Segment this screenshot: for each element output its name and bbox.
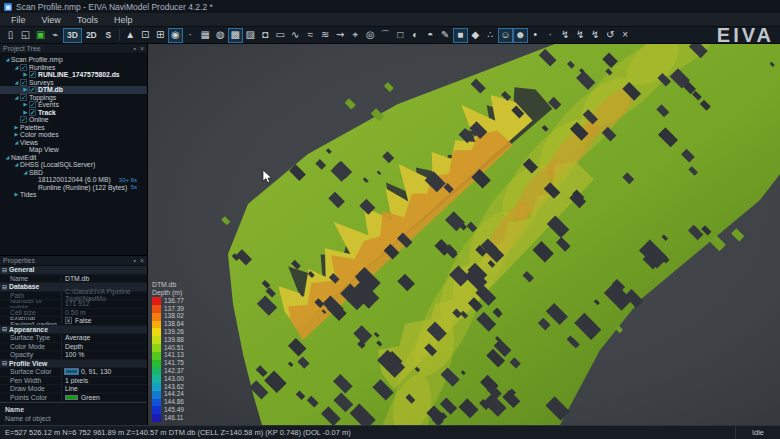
tree-item-dtm-db[interactable]: ▶✓DTM.db: [0, 86, 147, 94]
tree-checkbox[interactable]: ✓: [20, 64, 27, 71]
waypoint-pin-icon[interactable]: ⌖: [348, 28, 363, 43]
tree-item-tides[interactable]: ▶Tides: [0, 191, 147, 199]
tree-item-dhss-localsqlserver[interactable]: ◢DHSS (LocalSQLServer): [0, 161, 147, 169]
tree-item-scan-profile-nmp[interactable]: ◢Scan Profile.nmp: [0, 56, 147, 64]
sphere-icon[interactable]: ◓: [423, 28, 438, 43]
fill-square-icon[interactable]: ■: [453, 28, 468, 43]
close-icon[interactable]: ×: [140, 257, 144, 264]
expander-icon[interactable]: ▶: [13, 125, 20, 130]
view-2d-button[interactable]: 2D: [82, 28, 101, 43]
tree-checkbox[interactable]: ✓: [29, 86, 36, 93]
smiley-negative-icon[interactable]: ☻: [513, 28, 528, 43]
tree-item-track[interactable]: ▶✓Track: [0, 109, 147, 117]
open-file-icon[interactable]: ◱: [18, 28, 33, 43]
tree-item-runline-runline-122-bytes[interactable]: Runline (Runline) (122 Bytes)5s: [0, 184, 147, 192]
close-icon[interactable]: ×: [140, 45, 144, 52]
select-mode-icon[interactable]: ⊡: [138, 28, 153, 43]
color-swatch[interactable]: [65, 369, 78, 374]
point-large-icon[interactable]: •: [528, 28, 543, 43]
expander-icon[interactable]: ▶: [22, 102, 29, 107]
expander-icon[interactable]: ◢: [4, 155, 11, 160]
tree-item-sbd[interactable]: ◢SBD: [0, 169, 147, 177]
expander-icon[interactable]: ▶: [22, 72, 29, 77]
grid-icon[interactable]: ▦: [198, 28, 213, 43]
new-file-icon[interactable]: ▯: [3, 28, 18, 43]
waypoint-add-icon[interactable]: ◎: [363, 28, 378, 43]
property-value[interactable]: Average: [62, 334, 147, 341]
view-3d-button[interactable]: 3D: [63, 28, 82, 43]
property-value[interactable]: Green: [62, 394, 147, 401]
property-value[interactable]: 0, 91, 130: [62, 368, 147, 375]
arc-icon[interactable]: ⌒: [378, 28, 393, 43]
collapse-icon[interactable]: ⊟: [0, 360, 9, 366]
expander-icon[interactable]: ▶: [22, 87, 29, 92]
tree-item-views[interactable]: ◢Views: [0, 139, 147, 147]
tree-item-color-modes[interactable]: ▶Color modes: [0, 131, 147, 139]
expander-icon[interactable]: ◢: [22, 170, 29, 175]
dtm-grid-icon[interactable]: ▩: [228, 28, 243, 43]
property-value[interactable]: ×False: [62, 317, 147, 324]
tree-item-online[interactable]: ✓Online: [0, 116, 147, 124]
property-value[interactable]: 1 pixels: [62, 377, 147, 384]
tree-item-link[interactable]: 30+ 6s: [119, 177, 145, 183]
pin-icon[interactable]: ▪: [133, 45, 135, 52]
edit-pen-icon[interactable]: ✎: [438, 28, 453, 43]
tree-checkbox[interactable]: ✓: [20, 79, 27, 86]
menu-file[interactable]: File: [3, 14, 34, 26]
tree-checkbox[interactable]: ✓: [20, 116, 27, 123]
contrast-icon[interactable]: ◐: [408, 28, 423, 43]
tree-item-naviedit[interactable]: ◢NaviEdit: [0, 154, 147, 162]
tree-checkbox[interactable]: ✓: [29, 71, 36, 78]
view-s-button[interactable]: S: [101, 28, 116, 43]
property-value[interactable]: DTM.db: [62, 275, 147, 282]
route-icon[interactable]: ⇝: [333, 28, 348, 43]
navigate-cube-icon[interactable]: ⊞: [153, 28, 168, 43]
save-icon[interactable]: ▣: [33, 28, 48, 43]
tree-item-surveys[interactable]: ◢✓Surveys: [0, 79, 147, 87]
menu-help[interactable]: Help: [106, 14, 141, 26]
expander-icon[interactable]: ▶: [13, 132, 20, 137]
property-section-profile-view[interactable]: ⊟Profile View: [0, 360, 147, 369]
connect-icon[interactable]: ⌁: [48, 28, 63, 43]
expander-icon[interactable]: ◢: [13, 162, 20, 167]
expander-icon[interactable]: ◢: [13, 80, 20, 85]
zigzag-filter-3-icon[interactable]: ↯: [588, 28, 603, 43]
collapse-icon[interactable]: ⊟: [0, 284, 9, 290]
measure-ruler-icon[interactable]: ▭: [273, 28, 288, 43]
expander-icon[interactable]: ◢: [13, 95, 20, 100]
tree-item-link[interactable]: 5s: [131, 184, 145, 190]
tree-checkbox[interactable]: ✓: [29, 109, 36, 116]
zigzag-filter-2-icon[interactable]: ↯: [573, 28, 588, 43]
tree-item-runlines[interactable]: ◢✓Runlines: [0, 64, 147, 72]
menu-view[interactable]: View: [34, 14, 69, 26]
viewport-3d[interactable]: DTM.db Depth (m) 136.77137.39138.02138.6…: [148, 44, 780, 425]
collapse-icon[interactable]: ⊟: [0, 267, 9, 273]
tree-item-toppings[interactable]: ◢✓Toppings: [0, 94, 147, 102]
expander-icon[interactable]: ◢: [13, 65, 20, 70]
collapse-icon[interactable]: ⊟: [0, 326, 9, 332]
lasso-icon[interactable]: ↺: [603, 28, 618, 43]
property-value[interactable]: Line: [62, 385, 147, 392]
property-section-general[interactable]: ⊟General: [0, 266, 147, 275]
tree-item-181120012044-6-0-mb[interactable]: 181120012044 (6.0 MB)30+ 6s: [0, 176, 147, 184]
expander-icon[interactable]: ◢: [4, 57, 11, 62]
scatter-points-icon[interactable]: ∴: [483, 28, 498, 43]
pin-icon[interactable]: ▪: [133, 257, 135, 264]
expander-icon[interactable]: ▶: [22, 110, 29, 115]
smiley-positive-icon[interactable]: ☺: [498, 28, 513, 43]
globe-icon[interactable]: ◍: [213, 28, 228, 43]
tree-item-palettes[interactable]: ▶Palettes: [0, 124, 147, 132]
property-value[interactable]: Depth: [62, 343, 147, 350]
tree-item-events[interactable]: ▶✓Events: [0, 101, 147, 109]
profile-cross-icon[interactable]: ≈: [303, 28, 318, 43]
color-swatch[interactable]: [65, 395, 78, 400]
property-checkbox[interactable]: ×: [65, 317, 72, 324]
vessel-icon[interactable]: ▲: [123, 28, 138, 43]
tree-checkbox[interactable]: ✓: [29, 101, 36, 108]
marker-flag-icon[interactable]: ◆: [468, 28, 483, 43]
delete-point-icon[interactable]: ×: [618, 28, 633, 43]
expander-icon[interactable]: ◢: [13, 140, 20, 145]
diver-helmet-icon[interactable]: ◉: [168, 28, 183, 43]
profile-wave-icon[interactable]: ∿: [288, 28, 303, 43]
expander-icon[interactable]: ▶: [13, 192, 20, 197]
